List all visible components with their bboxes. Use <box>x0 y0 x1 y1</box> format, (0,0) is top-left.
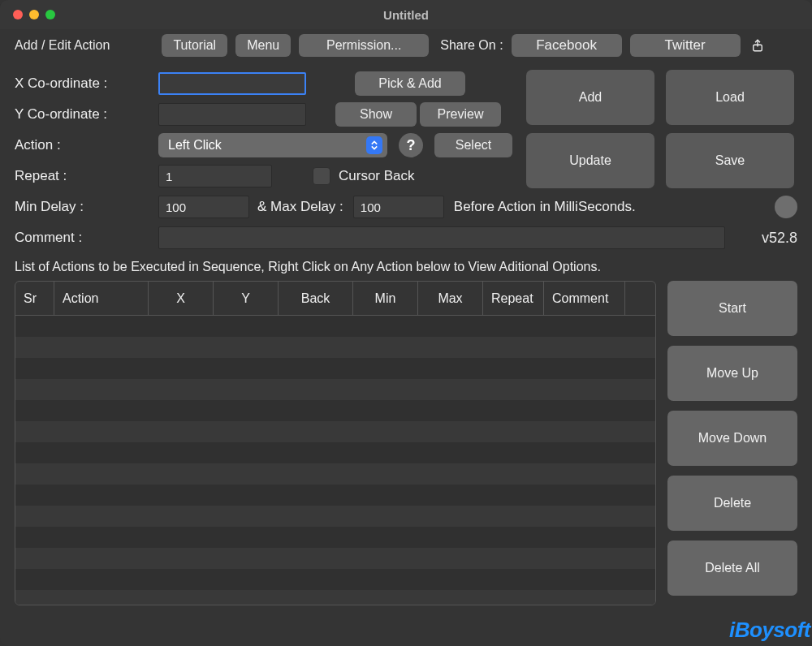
menu-button[interactable]: Menu <box>235 34 291 57</box>
table-row[interactable] <box>15 316 655 337</box>
y-coordinate-input[interactable] <box>158 103 306 126</box>
maximize-window-button[interactable] <box>45 10 55 19</box>
big-buttons-grid: Add Load Update Save <box>526 70 794 188</box>
table-body[interactable] <box>15 316 655 605</box>
update-button[interactable]: Update <box>526 133 654 188</box>
close-window-button[interactable] <box>13 10 23 19</box>
load-button[interactable]: Load <box>666 70 794 125</box>
preview-button[interactable]: Preview <box>420 102 501 127</box>
table-row[interactable] <box>15 590 655 605</box>
help-button[interactable]: ? <box>399 133 423 157</box>
version-label: v52.8 <box>762 230 797 247</box>
show-button[interactable]: Show <box>335 102 417 127</box>
toolbar: Add / Edit Action Tutorial Menu Permissi… <box>0 29 812 62</box>
select-button[interactable]: Select <box>434 133 512 157</box>
table-row[interactable] <box>15 358 655 379</box>
table-row[interactable] <box>15 569 655 590</box>
permission-button[interactable]: Permission... <box>299 34 429 57</box>
max-delay-input[interactable] <box>353 196 444 218</box>
table-row[interactable] <box>15 379 655 400</box>
window-title: Untitled <box>383 8 429 22</box>
table-row[interactable] <box>15 506 655 527</box>
traffic-lights <box>0 10 55 19</box>
twitter-button[interactable]: Twitter <box>630 34 741 57</box>
col-y: Y <box>214 282 279 315</box>
facebook-button[interactable]: Facebook <box>512 34 622 57</box>
col-action: Action <box>54 282 149 315</box>
save-button[interactable]: Save <box>666 133 794 188</box>
pick-and-add-button[interactable]: Pick & Add <box>355 71 465 96</box>
comment-label: Comment : <box>15 230 158 246</box>
table-row[interactable] <box>15 548 655 569</box>
repeat-input[interactable] <box>158 165 272 187</box>
table-row[interactable] <box>15 442 655 463</box>
start-button[interactable]: Start <box>667 281 797 336</box>
col-back: Back <box>279 282 353 315</box>
min-delay-input[interactable] <box>158 196 249 218</box>
table-row[interactable] <box>15 337 655 358</box>
cursor-back-checkbox[interactable] <box>313 167 330 185</box>
col-spacer <box>625 282 655 315</box>
titlebar: Untitled <box>0 0 812 29</box>
action-label: Action : <box>15 137 158 153</box>
x-coordinate-input[interactable] <box>158 72 306 95</box>
side-buttons: Start Move Up Move Down Delete Delete Al… <box>667 281 797 605</box>
table-row[interactable] <box>15 463 655 484</box>
col-comment: Comment <box>544 282 625 315</box>
col-max: Max <box>418 282 483 315</box>
share-icon[interactable] <box>749 34 767 57</box>
minimize-window-button[interactable] <box>29 10 39 19</box>
before-action-label: Before Action in MilliSeconds. <box>454 199 636 215</box>
status-indicator <box>775 196 797 218</box>
tutorial-button[interactable]: Tutorial <box>162 34 227 57</box>
comment-input[interactable] <box>158 226 725 249</box>
max-delay-label: & Max Delay : <box>257 199 343 215</box>
action-select[interactable]: Left Click <box>158 133 387 157</box>
move-up-button[interactable]: Move Up <box>667 346 797 401</box>
y-coordinate-label: Y Co-ordinate : <box>15 106 158 123</box>
table-row[interactable] <box>15 421 655 442</box>
min-delay-label: Min Delay : <box>15 199 158 215</box>
table-row[interactable] <box>15 484 655 506</box>
x-coordinate-label: X Co-ordinate : <box>15 75 158 92</box>
delete-button[interactable]: Delete <box>667 476 797 531</box>
cursor-back-label: Cursor Back <box>339 168 415 184</box>
col-min: Min <box>353 282 418 315</box>
table-header: Sr Action X Y Back Min Max Repeat Commen… <box>15 282 655 316</box>
col-sr: Sr <box>15 282 54 315</box>
select-arrows-icon <box>366 136 382 154</box>
actions-table[interactable]: Sr Action X Y Back Min Max Repeat Commen… <box>15 281 656 605</box>
share-on-label: Share On : <box>440 38 503 53</box>
section-title: Add / Edit Action <box>15 38 110 53</box>
col-repeat: Repeat <box>483 282 544 315</box>
action-select-value: Left Click <box>168 138 222 153</box>
lower-section: Sr Action X Y Back Min Max Repeat Commen… <box>0 281 812 620</box>
repeat-label: Repeat : <box>15 168 158 184</box>
table-row[interactable] <box>15 400 655 421</box>
delete-all-button[interactable]: Delete All <box>667 540 797 596</box>
add-button[interactable]: Add <box>526 70 654 125</box>
col-x: X <box>149 282 214 315</box>
move-down-button[interactable]: Move Down <box>667 411 797 466</box>
main-window: Untitled Add / Edit Action Tutorial Menu… <box>0 0 812 646</box>
list-instructions: List of Actions to be Executed in Sequen… <box>0 256 812 281</box>
table-row[interactable] <box>15 527 655 548</box>
watermark: iBoysoft <box>729 618 810 643</box>
